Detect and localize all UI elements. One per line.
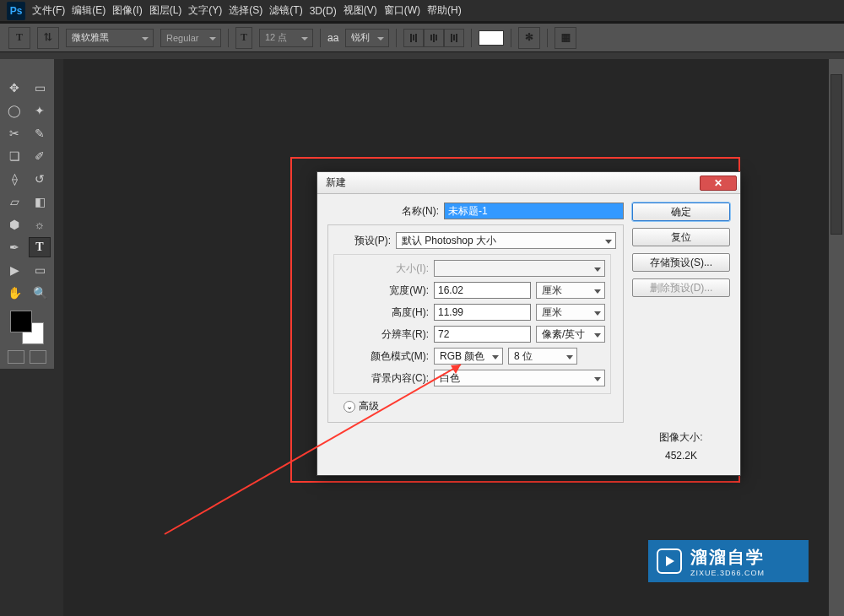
height-input[interactable]: 11.99 — [434, 304, 531, 321]
watermark: 溜溜自学 ZIXUE.3D66.COM — [648, 540, 809, 582]
menu-filter[interactable]: 滤镜(T) — [269, 3, 302, 18]
align-center-button[interactable] — [424, 29, 444, 47]
tool-preset-button[interactable]: T — [8, 27, 30, 49]
font-family-select[interactable]: 微软雅黑 — [66, 29, 154, 47]
color-mode-label: 颜色模式(M): — [334, 349, 429, 364]
text-align-group — [403, 29, 464, 47]
text-tool[interactable]: T — [29, 237, 51, 257]
zoom-tool[interactable]: 🔍 — [29, 283, 51, 303]
watermark-subtitle: ZIXUE.3D66.COM — [690, 569, 765, 577]
crop-tool[interactable]: ✂ — [3, 123, 25, 143]
advanced-label: 高级 — [359, 399, 379, 413]
image-size-value: 452.2K — [632, 450, 730, 462]
align-right-button[interactable] — [444, 29, 464, 47]
bg-content-select[interactable]: 白色 — [434, 370, 605, 386]
preset-select[interactable]: 默认 Photoshop 大小 — [396, 232, 616, 249]
warp-text-button[interactable]: ✻ — [518, 27, 540, 49]
character-panel-button[interactable]: ▦ — [555, 27, 576, 49]
lasso-tool[interactable]: ◯ — [3, 100, 25, 121]
font-style-select[interactable]: Regular — [160, 29, 221, 47]
menu-text[interactable]: 文字(Y) — [188, 3, 222, 18]
font-size-select[interactable]: 12 点 — [259, 29, 313, 47]
brush-tool[interactable]: ✐ — [29, 146, 51, 166]
size-label: 大小(I): — [334, 262, 429, 276]
font-size-icon: T — [235, 27, 252, 49]
history-brush-tool[interactable]: ↺ — [29, 169, 51, 189]
bg-content-label: 背景内容(C): — [334, 371, 429, 386]
menu-window[interactable]: 窗口(W) — [384, 3, 420, 18]
menu-layer[interactable]: 图层(L) — [149, 3, 182, 18]
color-fgbg[interactable] — [10, 311, 44, 344]
menu-select[interactable]: 选择(S) — [229, 3, 262, 18]
new-document-dialog: 新建 ✕ 名称(N): 未标题-1 预设(P): 默认 Photoshop 大小… — [316, 171, 741, 476]
clone-stamp-tool[interactable]: ⟠ — [3, 169, 25, 189]
dialog-title: 新建 — [326, 176, 700, 190]
antialias-select[interactable]: 锐利 — [345, 29, 389, 47]
app-logo: Ps — [7, 2, 25, 20]
delete-preset-button: 删除预设(D)... — [632, 278, 730, 297]
menu-image[interactable]: 图像(I) — [112, 3, 142, 18]
close-button[interactable]: ✕ — [700, 176, 737, 191]
ok-button[interactable]: 确定 — [632, 203, 730, 221]
bit-depth-select[interactable]: 8 位 — [508, 348, 577, 365]
dodge-tool[interactable]: ☼ — [29, 214, 51, 235]
foreground-color-swatch[interactable] — [10, 311, 32, 332]
antialias-label: aa — [327, 32, 338, 44]
align-left-button[interactable] — [403, 29, 424, 47]
menu-edit[interactable]: 编辑(E) — [72, 3, 106, 18]
save-preset-button[interactable]: 存储预设(S)... — [632, 253, 730, 272]
menu-file[interactable]: 文件(F) — [32, 3, 65, 18]
magic-wand-tool[interactable]: ✦ — [29, 100, 51, 121]
height-label: 高度(H): — [334, 305, 429, 320]
reset-button[interactable]: 复位 — [632, 228, 730, 246]
menu-view[interactable]: 视图(V) — [344, 3, 377, 18]
marquee-tool[interactable]: ▭ — [29, 78, 51, 98]
height-unit-select[interactable]: 厘米 — [536, 304, 605, 321]
color-mode-select[interactable]: RGB 颜色 — [434, 348, 503, 365]
resolution-input[interactable]: 72 — [434, 326, 531, 343]
right-panel-strip — [829, 59, 844, 616]
name-label: 名称(N): — [327, 204, 439, 219]
image-size-label: 图像大小: — [632, 430, 730, 445]
width-unit-select[interactable]: 厘米 — [536, 282, 605, 299]
resolution-unit-select[interactable]: 像素/英寸 — [536, 326, 605, 343]
resolution-label: 分辨率(R): — [334, 327, 429, 342]
shape-tool[interactable]: ▭ — [29, 260, 51, 280]
menu-help[interactable]: 帮助(H) — [427, 3, 462, 18]
gradient-tool[interactable]: ◧ — [29, 192, 51, 212]
hand-tool[interactable]: ✋ — [3, 283, 25, 303]
pen-tool[interactable]: ✒ — [3, 237, 25, 257]
path-selection-tool[interactable]: ▶ — [3, 260, 25, 280]
document-tab-strip — [0, 52, 844, 59]
width-label: 宽度(W): — [334, 284, 429, 298]
watermark-title: 溜溜自学 — [690, 546, 765, 569]
menu-3d[interactable]: 3D(D) — [310, 5, 337, 17]
healing-brush-tool[interactable]: ❏ — [3, 146, 25, 166]
eyedropper-tool[interactable]: ✎ — [29, 123, 51, 143]
width-input[interactable]: 16.02 — [434, 282, 531, 299]
advanced-expander[interactable]: ⌄ — [344, 401, 355, 413]
text-orientation-button[interactable]: ⇅ — [37, 27, 59, 49]
move-tool[interactable]: ✥ — [3, 78, 25, 98]
screen-mode-toggle[interactable] — [30, 350, 46, 364]
quick-mask-toggle[interactable] — [8, 350, 24, 364]
menu-bar: Ps 文件(F) 编辑(E) 图像(I) 图层(L) 文字(Y) 选择(S) 滤… — [0, 0, 844, 21]
options-bar: T ⇅ 微软雅黑 Regular T 12 点 aa 锐利 ✻ ▦ — [0, 24, 844, 52]
size-select — [434, 260, 605, 277]
toolbox: ✥ ▭ ◯ ✦ ✂ ✎ ❏ ✐ ⟠ ↺ ▱ ◧ ⬢ ☼ ✒ T ▶ ▭ ✋ 🔍 — [0, 59, 54, 369]
dialog-titlebar[interactable]: 新建 ✕ — [317, 172, 740, 194]
preset-label: 预设(P): — [328, 234, 391, 248]
blur-tool[interactable]: ⬢ — [3, 214, 25, 235]
eraser-tool[interactable]: ▱ — [3, 192, 25, 212]
play-icon — [657, 548, 682, 574]
text-color-swatch[interactable] — [479, 30, 504, 46]
name-input[interactable]: 未标题-1 — [444, 203, 624, 219]
